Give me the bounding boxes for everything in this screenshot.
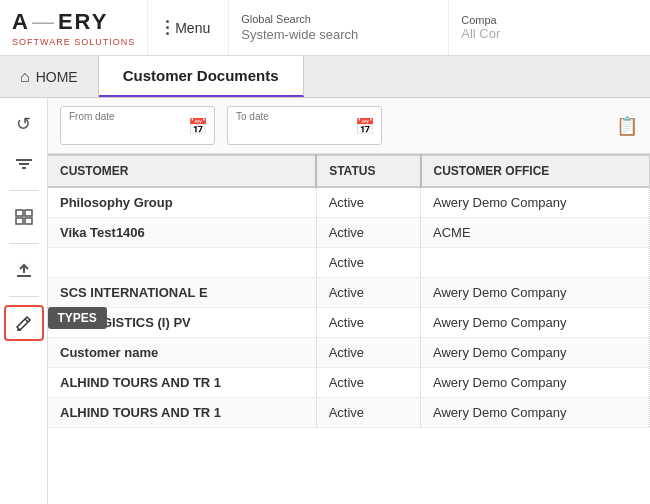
cell-customer: Vika Test1406 — [48, 218, 316, 248]
logo: A—ERY — [12, 9, 135, 35]
global-search-box: Global Search — [228, 0, 448, 55]
home-tab-label: HOME — [36, 69, 78, 85]
table-row[interactable]: ALHIND TOURS AND TR 1 Active Awery Demo … — [48, 398, 650, 428]
main-content: From date 📅 To date 📅 📋 CUSTOMER STATUS … — [48, 98, 650, 504]
to-date-label: To date — [236, 111, 373, 122]
cell-customer: Philosophy Group — [48, 187, 316, 218]
table-body: Philosophy Group Active Awery Demo Compa… — [48, 187, 650, 428]
col-customer: CUSTOMER — [48, 155, 316, 187]
col-customer-office: CUSTOMER OFFICE — [421, 155, 650, 187]
menu-dots-icon — [166, 20, 169, 35]
logo-subtitle: SOFTWARE SOLUTIONS — [12, 37, 135, 47]
to-date-field[interactable]: To date 📅 — [227, 106, 382, 145]
refresh-icon[interactable]: ↺ — [4, 106, 44, 142]
cell-status: Active — [316, 187, 420, 218]
table-row[interactable]: CM LOGISTICS (I) PV Active Awery Demo Co… — [48, 308, 650, 338]
cell-customer — [48, 248, 316, 278]
content-area: ↺ TYPES From — [0, 98, 650, 504]
cell-customer: Customer name — [48, 338, 316, 368]
to-date-value — [236, 122, 373, 140]
extra-icon[interactable]: 📋 — [616, 115, 638, 137]
active-tab-label: Customer Documents — [123, 67, 279, 84]
tab-bar: ⌂ HOME Customer Documents — [0, 56, 650, 98]
logo-area: A—ERY SOFTWARE SOLUTIONS — [0, 0, 147, 55]
cell-status: Active — [316, 248, 420, 278]
svg-rect-6 — [25, 218, 32, 224]
cell-office — [421, 248, 650, 278]
cell-status: Active — [316, 338, 420, 368]
cell-status: Active — [316, 368, 420, 398]
table-header-row: CUSTOMER STATUS CUSTOMER OFFICE — [48, 155, 650, 187]
search-input[interactable] — [241, 27, 436, 42]
cell-office: Awery Demo Company — [421, 368, 650, 398]
from-date-field[interactable]: From date 📅 — [60, 106, 215, 145]
cell-office: Awery Demo Company — [421, 278, 650, 308]
customer-documents-table: CUSTOMER STATUS CUSTOMER OFFICE Philosop… — [48, 154, 650, 428]
upload-icon[interactable] — [4, 252, 44, 288]
tab-home[interactable]: ⌂ HOME — [0, 56, 99, 97]
tab-customer-documents[interactable]: Customer Documents — [99, 56, 304, 97]
grid-icon[interactable] — [4, 199, 44, 235]
table-row[interactable]: SCS INTERNATIONAL E Active Awery Demo Co… — [48, 278, 650, 308]
from-date-label: From date — [69, 111, 206, 122]
cell-customer: SCS INTERNATIONAL E — [48, 278, 316, 308]
home-icon: ⌂ — [20, 68, 30, 86]
cell-office: Awery Demo Company — [421, 338, 650, 368]
edit-icon-wrapper: TYPES — [4, 305, 44, 341]
search-label: Global Search — [241, 13, 436, 25]
table-row[interactable]: Active — [48, 248, 650, 278]
top-bar: A—ERY SOFTWARE SOLUTIONS Menu Global Sea… — [0, 0, 650, 56]
cell-office: Awery Demo Company — [421, 398, 650, 428]
sidebar: ↺ TYPES — [0, 98, 48, 504]
sidebar-divider-3 — [9, 296, 39, 297]
from-date-value — [69, 122, 206, 140]
cell-customer: ALHIND TOURS AND TR 1 — [48, 368, 316, 398]
svg-line-8 — [25, 319, 28, 322]
menu-button[interactable]: Menu — [147, 0, 228, 55]
col-status: STATUS — [316, 155, 420, 187]
company-box: Compa All Cor — [448, 0, 528, 55]
filters-row: From date 📅 To date 📅 📋 — [48, 98, 650, 154]
cell-customer: ALHIND TOURS AND TR 1 — [48, 398, 316, 428]
cell-status: Active — [316, 398, 420, 428]
svg-rect-4 — [25, 210, 32, 216]
cell-status: Active — [316, 278, 420, 308]
from-date-calendar-icon: 📅 — [188, 116, 208, 135]
cell-status: Active — [316, 218, 420, 248]
edit-icon[interactable] — [4, 305, 44, 341]
company-value: All Cor — [461, 26, 516, 41]
svg-rect-5 — [16, 218, 23, 224]
table-row[interactable]: Philosophy Group Active Awery Demo Compa… — [48, 187, 650, 218]
svg-rect-3 — [16, 210, 23, 216]
cell-office: ACME — [421, 218, 650, 248]
menu-label: Menu — [175, 20, 210, 36]
company-label: Compa — [461, 14, 516, 26]
sidebar-divider-1 — [9, 190, 39, 191]
cell-status: Active — [316, 308, 420, 338]
sidebar-divider-2 — [9, 243, 39, 244]
table-row[interactable]: ALHIND TOURS AND TR 1 Active Awery Demo … — [48, 368, 650, 398]
table-row[interactable]: Vika Test1406 Active ACME — [48, 218, 650, 248]
to-date-calendar-icon: 📅 — [355, 116, 375, 135]
cell-office: Awery Demo Company — [421, 187, 650, 218]
cell-office: Awery Demo Company — [421, 308, 650, 338]
types-tooltip: TYPES — [48, 307, 107, 329]
table-row[interactable]: Customer name Active Awery Demo Company — [48, 338, 650, 368]
filter-icon[interactable] — [4, 146, 44, 182]
